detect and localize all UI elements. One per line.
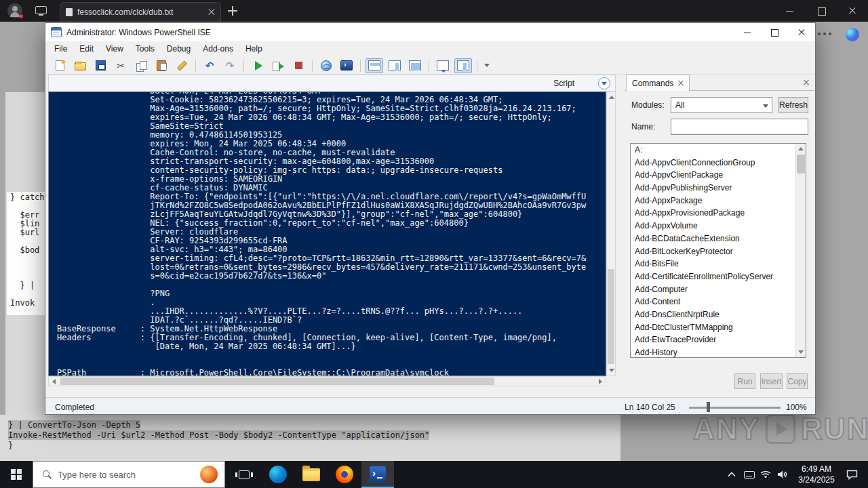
taskbar-clock[interactable]: 6:49 AM 3/24/2025 [792, 464, 841, 485]
console-pane[interactable]: Date: Mon, 24 Mar 2025 06:48:34 GMT Set-… [48, 92, 606, 376]
command-item[interactable]: Add-Content [631, 296, 806, 308]
list-scroll-up-icon[interactable] [798, 147, 804, 150]
command-item[interactable]: Add-AppvClientPackage [631, 169, 806, 182]
insert-button[interactable]: Insert [760, 373, 783, 389]
start-button[interactable] [0, 461, 33, 488]
volume-button[interactable] [774, 461, 789, 488]
modules-dropdown[interactable]: All [671, 97, 772, 113]
addon-panel-close-icon[interactable] [804, 79, 809, 85]
run-script-icon[interactable] [249, 58, 267, 73]
task-view-button[interactable] [228, 461, 260, 488]
background-script-editor: } catch $err $lin $url $bod } | Invok [7, 192, 45, 315]
script-pane-right-icon[interactable] [386, 58, 403, 73]
undo-icon[interactable] [201, 58, 218, 73]
run-button[interactable]: Run [734, 373, 755, 389]
script-pane-top-icon[interactable] [366, 58, 383, 73]
ise-minimize-button[interactable] [734, 23, 761, 41]
scroll-up-icon[interactable] [609, 96, 614, 99]
run-selection-icon[interactable] [269, 58, 287, 73]
commands-tab-close-icon[interactable] [678, 81, 684, 86]
console-horizontal-scrollbar[interactable] [48, 376, 606, 386]
paste-icon[interactable] [153, 58, 170, 73]
redo-icon[interactable] [221, 58, 239, 73]
command-item[interactable]: Add-AppxVolume [631, 220, 806, 232]
show-script-pane-icon[interactable] [434, 58, 452, 73]
taskbar-powershell-ise-button[interactable] [361, 461, 394, 488]
horizontal-scroll-thumb[interactable] [60, 378, 494, 385]
command-item[interactable]: Add-AppvClientConnectionGroup [631, 157, 806, 169]
command-item[interactable]: Add-DtcClusterTMMapping [631, 321, 806, 334]
new-script-icon[interactable] [51, 58, 68, 73]
script-pane-maximized-icon[interactable] [406, 58, 424, 73]
action-center-button[interactable] [841, 461, 863, 488]
command-item[interactable]: Add-BitLockerKeyProtector [631, 245, 806, 258]
menu-addons[interactable]: Add-ons [197, 41, 239, 57]
ise-maximize-button[interactable] [761, 23, 788, 41]
cut-icon[interactable] [112, 58, 130, 73]
save-script-icon[interactable] [92, 58, 109, 73]
browser-more-menu-icon[interactable] [818, 33, 835, 38]
refresh-button[interactable]: Refresh [778, 97, 808, 113]
commands-tab[interactable]: Commands [626, 75, 690, 91]
console-vertical-scrollbar[interactable] [606, 92, 616, 376]
taskbar-file-explorer-button[interactable] [295, 461, 328, 488]
network-button[interactable] [758, 461, 773, 488]
copilot-icon[interactable] [846, 28, 859, 41]
command-group-header: A: [631, 144, 806, 157]
show-command-addon-icon[interactable] [454, 58, 472, 73]
browser-tab[interactable]: fessoclick.com/clck/dub.txt [60, 2, 221, 22]
zoom-slider[interactable] [689, 407, 781, 409]
new-tab-button[interactable] [228, 6, 237, 16]
command-item[interactable]: Add-BCDataCacheExtension [631, 232, 806, 245]
start-powershell-icon[interactable] [338, 58, 355, 73]
scroll-down-icon[interactable] [609, 369, 614, 372]
command-item[interactable]: Add-Computer [631, 283, 806, 296]
zoom-level: 100% [786, 403, 807, 412]
toolbar-separator [312, 60, 313, 72]
open-script-icon[interactable] [71, 58, 89, 73]
zoom-slider-thumb[interactable] [707, 402, 710, 412]
command-item[interactable]: Add-History [631, 346, 806, 358]
menu-view[interactable]: View [100, 41, 130, 57]
taskbar-edge-button[interactable] [262, 461, 294, 488]
command-item[interactable]: Add-EtwTraceProvider [631, 333, 806, 346]
toolbar-overflow-icon[interactable] [482, 58, 492, 73]
scroll-right-icon[interactable] [599, 379, 602, 384]
menu-edit[interactable]: Edit [73, 41, 100, 57]
taskbar-search[interactable]: Type here to search [33, 461, 225, 488]
command-item[interactable]: Add-AppvPublishingServer [631, 182, 806, 195]
profile-avatar[interactable] [7, 3, 22, 18]
list-scroll-down-icon[interactable] [798, 350, 804, 354]
browser-minimize-button[interactable] [774, 0, 806, 22]
command-item[interactable]: Add-AppxPackage [631, 195, 806, 207]
window-monitor-icon[interactable] [35, 6, 47, 14]
command-item[interactable]: Add-CertificateEnrollmentPolicyServer [631, 270, 806, 283]
commands-list-scrollbar[interactable] [795, 144, 806, 357]
clear-console-pane-icon[interactable] [173, 58, 191, 73]
stop-operation-icon[interactable] [290, 58, 307, 73]
copy-icon[interactable] [132, 58, 150, 73]
menu-help[interactable]: Help [239, 41, 269, 57]
commands-list[interactable]: A: Add-AppvClientConnectionGroupAdd-Appv… [630, 143, 806, 358]
browser-close-button[interactable] [837, 0, 868, 22]
browser-maximize-button[interactable] [806, 0, 837, 22]
scroll-left-icon[interactable] [52, 379, 56, 384]
copy-button[interactable]: Copy [787, 373, 808, 389]
command-item[interactable]: Add-DnsClientNrptRule [631, 308, 806, 321]
taskbar-firefox-button[interactable] [328, 461, 361, 488]
command-item[interactable]: Add-AppxProvisionedPackage [631, 207, 806, 220]
ise-close-button[interactable] [788, 23, 815, 41]
expand-script-pane-icon[interactable] [598, 77, 610, 89]
name-input[interactable] [671, 119, 808, 135]
command-item[interactable]: Add-BitsFile [631, 258, 806, 270]
menu-debug[interactable]: Debug [161, 41, 197, 57]
vertical-scroll-thumb[interactable] [608, 269, 614, 364]
hidden-icons-button[interactable] [726, 461, 738, 488]
touch-keyboard-button[interactable] [742, 461, 757, 488]
list-scroll-thumb[interactable] [797, 155, 805, 174]
menu-tools[interactable]: Tools [130, 41, 161, 57]
tab-close-icon[interactable] [208, 9, 215, 16]
menu-file[interactable]: File [48, 41, 73, 57]
new-remote-powershell-tab-icon[interactable] [317, 58, 335, 73]
search-highlights-icon[interactable] [200, 466, 218, 483]
